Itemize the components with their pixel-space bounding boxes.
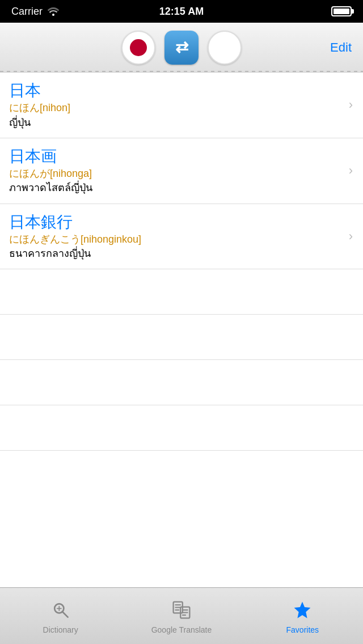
dict-entry-2[interactable]: 日本画 にほんが[nihonga] ภาพวาดไสตล์ญี่ปุ่น › — [0, 138, 363, 204]
chevron-icon-2: › — [349, 163, 353, 178]
edit-button[interactable]: Edit — [330, 40, 352, 55]
status-left: Carrier — [11, 6, 60, 18]
tab-dictionary-label: Dictionary — [43, 625, 78, 634]
status-right — [331, 6, 352, 16]
chevron-icon-3: › — [349, 229, 353, 244]
chevron-icon-1: › — [349, 98, 353, 112]
carrier-label: Carrier — [11, 6, 43, 18]
tab-favorites-label: Favorites — [286, 625, 319, 634]
thailand-flag-button[interactable] — [208, 31, 242, 65]
nav-bar: ⇄ Edit — [0, 23, 363, 73]
empty-row-1 — [0, 269, 363, 315]
status-time: 12:15 AM — [159, 6, 204, 18]
kanji-1: 日本 — [9, 80, 335, 101]
swap-languages-button[interactable]: ⇄ — [164, 31, 199, 65]
wifi-icon — [47, 7, 60, 16]
empty-row-2 — [0, 315, 363, 360]
romaji-1: にほん[nihon] — [9, 101, 335, 115]
language-selector: ⇄ — [121, 31, 242, 65]
kanji-2: 日本画 — [9, 146, 335, 167]
status-bar: Carrier 12:15 AM — [0, 0, 363, 23]
kanji-3: 日本銀行 — [9, 212, 335, 232]
google-translate-tab-icon — [170, 598, 193, 622]
battery-icon — [331, 6, 352, 16]
tab-google-translate[interactable]: Google Translate — [121, 598, 242, 634]
dict-entry-1[interactable]: 日本 にほん[nihon] ญี่ปุ่น › — [0, 73, 363, 138]
thai-1: ญี่ปุ่น — [9, 116, 335, 130]
tab-bar: Dictionary Google Translate Favorites — [0, 587, 363, 644]
svg-line-1 — [62, 611, 67, 617]
dictionary-tab-icon — [49, 598, 73, 622]
romaji-3: にほんぎんこう[nihonginkou] — [9, 232, 335, 247]
tab-google-translate-label: Google Translate — [151, 625, 212, 634]
swap-icon: ⇄ — [175, 38, 188, 57]
dict-entry-3[interactable]: 日本銀行 にほんぎんこう[nihonginkou] ธนาคารกลางญี่ป… — [0, 204, 363, 270]
thai-3: ธนาคารกลางญี่ปุ่น — [9, 247, 335, 261]
thai-2: ภาพวาดไสตล์ญี่ปุ่น — [9, 181, 335, 195]
japan-flag-button[interactable] — [121, 31, 155, 65]
tab-dictionary[interactable]: Dictionary — [0, 598, 121, 634]
svg-marker-12 — [294, 601, 311, 618]
japan-flag-circle — [130, 39, 147, 56]
tab-favorites[interactable]: Favorites — [242, 598, 363, 634]
empty-row-3 — [0, 360, 363, 405]
favorites-tab-icon — [290, 598, 314, 622]
dictionary-list: 日本 にほん[nihon] ญี่ปุ่น › 日本画 にほんが[nihonga… — [0, 73, 363, 451]
empty-row-4 — [0, 405, 363, 451]
romaji-2: にほんが[nihonga] — [9, 167, 335, 181]
